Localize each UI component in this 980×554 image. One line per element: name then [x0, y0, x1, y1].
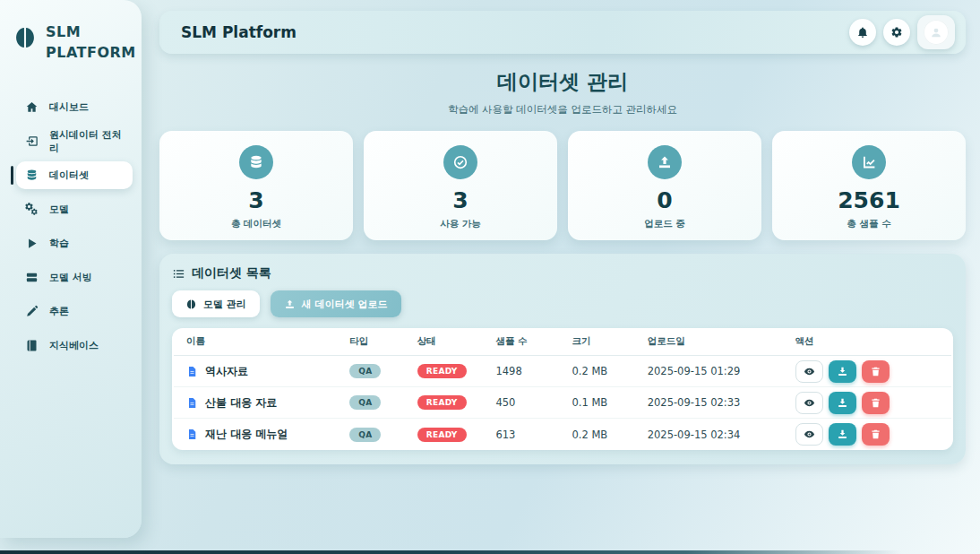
- sidebar-item-dataset[interactable]: 데이터셋: [16, 161, 133, 189]
- sidebar-item-label: 모델 서빙: [49, 271, 92, 284]
- sidebar-nav: 대시보드 원시데이터 전처리 데이터셋 모델 학습 모델 서빙 추론 지식베이: [0, 93, 142, 359]
- type-cell: QA: [337, 364, 405, 378]
- check-circle-icon: [452, 154, 469, 170]
- samples-cell: 1498: [483, 365, 559, 377]
- play-icon: [25, 237, 39, 250]
- user-avatar[interactable]: [917, 15, 955, 49]
- col-header-size: 크기: [560, 335, 635, 348]
- trash-icon: [870, 397, 881, 409]
- file-icon: [186, 396, 198, 410]
- sidebar-item-model[interactable]: 모델: [16, 195, 133, 223]
- section-buttons: 모델 관리 새 데이터셋 업로드: [172, 290, 953, 317]
- status-badge: READY: [417, 395, 467, 410]
- bell-icon: [856, 26, 869, 39]
- download-icon: [837, 366, 848, 377]
- sidebar-item-knowledge-base[interactable]: 지식베이스: [16, 332, 133, 359]
- uploaded-cell: 2025-09-15 02:33: [635, 396, 783, 409]
- actions-cell: [783, 360, 951, 383]
- download-button[interactable]: [829, 423, 856, 446]
- upload-dataset-button[interactable]: 새 데이터셋 업로드: [271, 290, 401, 317]
- brain-icon: [185, 299, 197, 310]
- stat-label: 사용 가능: [440, 218, 481, 230]
- pencil-icon: [25, 305, 39, 318]
- size-cell: 0.2 MB: [560, 428, 635, 441]
- actions-cell: [783, 392, 951, 414]
- header-title: SLM Platform: [181, 23, 849, 41]
- sidebar-item-model-serving[interactable]: 모델 서빙: [16, 264, 133, 291]
- person-icon: [930, 26, 942, 39]
- table-row: 산불 대응 자료 QA READY 450 0.1 MB 2025-09-15 …: [174, 387, 951, 419]
- page-subtitle: 학습에 사용할 데이터셋을 업로드하고 관리하세요: [159, 103, 966, 117]
- col-header-type: 타입: [337, 335, 405, 348]
- type-badge: QA: [349, 428, 381, 442]
- col-header-uploaded: 업로드일: [635, 335, 783, 348]
- table-header-row: 이름 타입 상태 샘플 수 크기 업로드일 액션: [174, 328, 951, 356]
- eye-icon: [804, 428, 815, 440]
- view-button[interactable]: [795, 392, 823, 414]
- delete-button[interactable]: [862, 423, 890, 446]
- brain-icon: [13, 25, 38, 50]
- header-actions: [849, 15, 955, 49]
- delete-button[interactable]: [862, 360, 890, 383]
- eye-icon: [804, 397, 815, 409]
- stat-icon-circle: [443, 145, 477, 179]
- sidebar: SLM PLATFORM 대시보드 원시데이터 전처리 데이터셋 모델 학습 모…: [0, 0, 142, 538]
- database-icon: [248, 154, 264, 170]
- stat-card-available: 3 사용 가능: [364, 131, 557, 240]
- page-head: 데이터셋 관리 학습에 사용할 데이터셋을 업로드하고 관리하세요: [159, 68, 966, 117]
- view-button[interactable]: [795, 360, 823, 383]
- book-icon: [25, 339, 39, 352]
- trash-icon: [870, 428, 881, 440]
- col-header-status: 상태: [405, 335, 484, 348]
- model-manage-button[interactable]: 모델 관리: [172, 290, 260, 317]
- stat-card-uploading: 0 업로드 중: [568, 131, 761, 240]
- size-cell: 0.2 MB: [560, 365, 635, 377]
- stat-value: 3: [452, 187, 468, 213]
- sidebar-item-label: 데이터셋: [49, 169, 89, 182]
- download-icon: [837, 397, 848, 409]
- sidebar-item-label: 지식베이스: [49, 339, 99, 352]
- header-bar: SLM Platform: [159, 11, 966, 54]
- view-button[interactable]: [795, 423, 823, 446]
- samples-cell: 450: [483, 396, 559, 409]
- upload-icon: [284, 299, 296, 310]
- app-logo: SLM PLATFORM: [0, 18, 142, 63]
- sidebar-item-dashboard[interactable]: 대시보드: [16, 93, 133, 121]
- status-badge: READY: [417, 364, 467, 378]
- sidebar-item-raw-preprocess[interactable]: 원시데이터 전처리: [16, 127, 133, 155]
- status-cell: READY: [405, 428, 484, 442]
- app-logo-text: SLM PLATFORM: [46, 22, 136, 63]
- dataset-name-cell: 재난 대응 메뉴얼: [174, 427, 337, 442]
- samples-cell: 613: [483, 428, 559, 441]
- status-badge: READY: [417, 428, 467, 442]
- delete-button[interactable]: [862, 392, 890, 414]
- download-icon: [837, 428, 848, 440]
- download-button[interactable]: [829, 360, 856, 383]
- server-icon: [25, 271, 39, 284]
- section-title: 데이터셋 목록: [192, 265, 271, 281]
- dataset-name-cell: 역사자료: [174, 364, 337, 379]
- col-header-name: 이름: [174, 335, 337, 348]
- sidebar-item-training[interactable]: 학습: [16, 229, 133, 257]
- dataset-name-cell: 산불 대응 자료: [174, 395, 337, 411]
- sidebar-item-inference[interactable]: 추론: [16, 298, 133, 325]
- status-cell: READY: [405, 395, 484, 410]
- uploaded-cell: 2025-09-15 01:29: [635, 365, 783, 377]
- database-icon: [25, 169, 39, 182]
- stat-value: 3: [248, 187, 263, 213]
- dataset-name: 재난 대응 메뉴얼: [205, 427, 288, 442]
- table-row: 역사자료 QA READY 1498 0.2 MB 2025-09-15 01:…: [174, 356, 951, 387]
- col-header-samples: 샘플 수: [483, 335, 559, 348]
- stat-icon-circle: [239, 145, 273, 179]
- dataset-list-section: 데이터셋 목록 모델 관리 새 데이터셋 업로드 이름 타입 상태 샘플 수 크…: [159, 254, 966, 464]
- stat-icon-circle: [648, 145, 682, 179]
- section-heading: 데이터셋 목록: [172, 265, 953, 281]
- settings-button[interactable]: [883, 19, 910, 46]
- stat-value: 2561: [838, 187, 900, 213]
- dataset-name: 산불 대응 자료: [205, 395, 277, 411]
- notifications-button[interactable]: [849, 19, 876, 46]
- uploaded-cell: 2025-09-15 02:34: [635, 428, 783, 441]
- download-button[interactable]: [829, 392, 856, 414]
- sidebar-item-label: 모델: [49, 203, 69, 216]
- gear-icon: [890, 26, 903, 39]
